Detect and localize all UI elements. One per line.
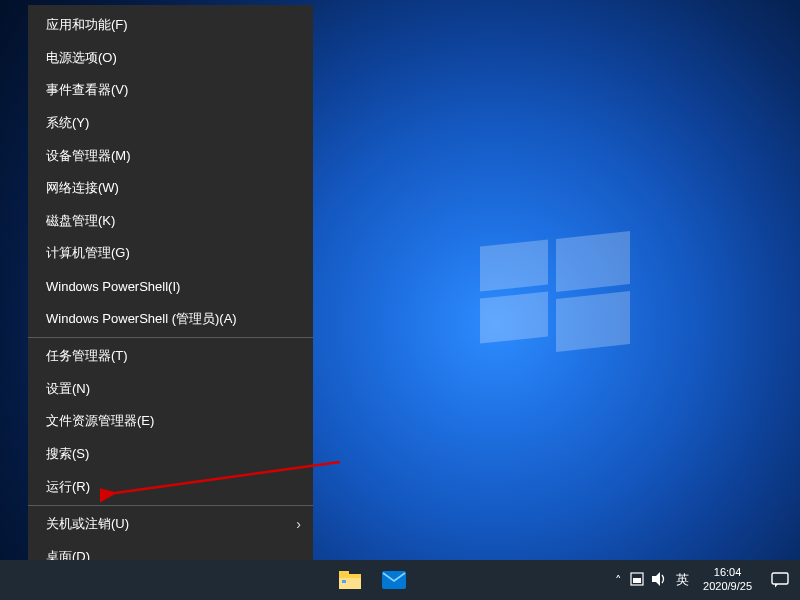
svg-rect-5 (342, 580, 346, 583)
menu-file-explorer[interactable]: 文件资源管理器(E) (28, 405, 313, 438)
menu-powershell-admin[interactable]: Windows PowerShell (管理员)(A) (28, 302, 313, 335)
menu-item-label: 电源选项(O) (46, 49, 117, 67)
tray-ime-indicator[interactable]: 英 (676, 571, 689, 589)
windows-logo-icon (480, 235, 630, 345)
svg-rect-4 (339, 578, 361, 589)
menu-network-connections[interactable]: 网络连接(W) (28, 172, 313, 205)
taskbar-clock[interactable]: 16:04 2020/9/25 (695, 566, 760, 594)
menu-item-label: 设置(N) (46, 380, 90, 398)
menu-separator (28, 337, 313, 338)
menu-item-label: 事件查看器(V) (46, 81, 128, 99)
taskbar-pinned-apps (330, 560, 414, 600)
action-center-icon (771, 572, 789, 588)
menu-powershell[interactable]: Windows PowerShell(I) (28, 270, 313, 303)
menu-search[interactable]: 搜索(S) (28, 438, 313, 471)
mail-icon (382, 571, 406, 589)
clock-time: 16:04 (703, 566, 752, 580)
tray-chevron-up-icon[interactable]: ˄ (615, 573, 622, 588)
menu-disk-management[interactable]: 磁盘管理(K) (28, 205, 313, 238)
svg-marker-9 (652, 572, 660, 586)
taskbar-file-explorer-button[interactable] (330, 560, 370, 600)
menu-item-label: 设备管理器(M) (46, 147, 131, 165)
menu-item-label: 网络连接(W) (46, 179, 119, 197)
menu-item-label: 运行(R) (46, 478, 90, 496)
menu-item-label: 磁盘管理(K) (46, 212, 115, 230)
menu-system[interactable]: 系统(Y) (28, 107, 313, 140)
winx-context-menu: 应用和功能(F) 电源选项(O) 事件查看器(V) 系统(Y) 设备管理器(M)… (28, 5, 313, 577)
menu-item-label: Windows PowerShell (管理员)(A) (46, 310, 237, 328)
svg-rect-10 (772, 573, 788, 584)
menu-device-manager[interactable]: 设备管理器(M) (28, 139, 313, 172)
menu-item-label: 应用和功能(F) (46, 16, 128, 34)
svg-rect-6 (382, 571, 406, 589)
file-explorer-icon (339, 571, 361, 589)
svg-rect-8 (633, 578, 641, 583)
menu-item-label: 系统(Y) (46, 114, 89, 132)
taskbar-mail-button[interactable] (374, 560, 414, 600)
menu-item-label: 关机或注销(U) (46, 515, 129, 533)
clock-date: 2020/9/25 (703, 580, 752, 594)
svg-rect-3 (339, 571, 349, 576)
taskbar-action-center-button[interactable] (760, 560, 800, 600)
menu-item-label: 计算机管理(G) (46, 244, 130, 262)
menu-task-manager[interactable]: 任务管理器(T) (28, 340, 313, 373)
menu-item-label: 文件资源管理器(E) (46, 412, 154, 430)
menu-item-label: 搜索(S) (46, 445, 89, 463)
chevron-right-icon: › (296, 516, 301, 532)
tray-volume-icon[interactable] (652, 572, 668, 589)
taskbar: ˄ 英 16:04 2020/9/25 (0, 560, 800, 600)
menu-item-label: 任务管理器(T) (46, 347, 128, 365)
menu-power-options[interactable]: 电源选项(O) (28, 42, 313, 75)
system-tray: ˄ 英 (609, 571, 695, 589)
menu-event-viewer[interactable]: 事件查看器(V) (28, 74, 313, 107)
menu-settings[interactable]: 设置(N) (28, 373, 313, 406)
menu-item-label: Windows PowerShell(I) (46, 279, 180, 294)
taskbar-right: ˄ 英 16:04 2020/9/25 (609, 560, 800, 600)
menu-computer-management[interactable]: 计算机管理(G) (28, 237, 313, 270)
menu-shutdown-signout[interactable]: 关机或注销(U) › (28, 508, 313, 541)
menu-run[interactable]: 运行(R) (28, 470, 313, 503)
menu-separator (28, 505, 313, 506)
menu-apps-and-features[interactable]: 应用和功能(F) (28, 9, 313, 42)
tray-network-icon[interactable] (630, 572, 644, 589)
